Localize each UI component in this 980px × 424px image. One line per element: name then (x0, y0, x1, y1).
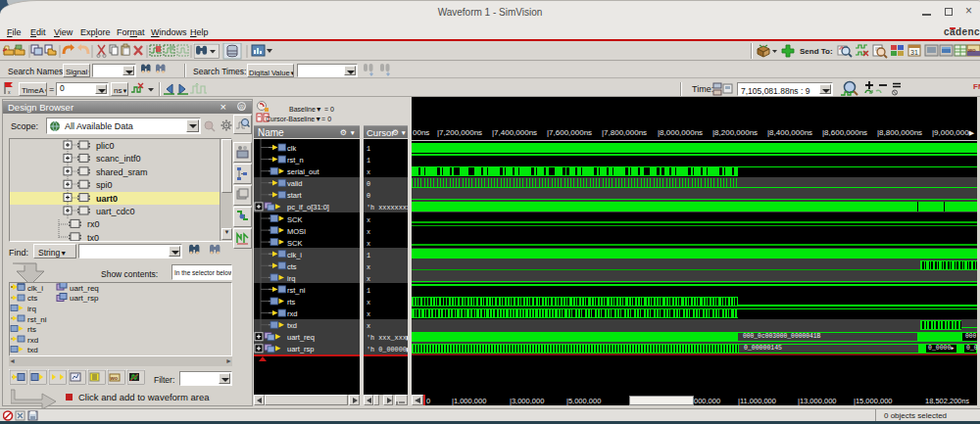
svg-text:uart0: uart0 (96, 194, 118, 204)
svg-text:start: start (287, 191, 303, 200)
svg-text:rts: rts (27, 325, 36, 334)
svg-text:Send To:: Send To: (800, 47, 833, 56)
svg-text:x: x (367, 322, 370, 330)
svg-text:rst_ni: rst_ni (27, 315, 47, 324)
svg-text:plic0: plic0 (96, 141, 115, 151)
svg-text:cts: cts (287, 262, 297, 271)
svg-text:cts: cts (27, 294, 37, 303)
svg-text:pc_if_o[31:0]: pc_if_o[31:0] (287, 203, 329, 212)
svg-text:SCK: SCK (287, 239, 302, 248)
svg-text:clk_i: clk_i (287, 251, 302, 259)
svg-text:x: x (367, 216, 370, 224)
svg-text:31: 31 (910, 49, 918, 56)
svg-text:MOSI: MOSI (287, 227, 306, 236)
svg-text:uart_rsp: uart_rsp (287, 345, 315, 353)
svg-text:uart_req: uart_req (70, 284, 99, 293)
svg-text:1: 1 (367, 157, 370, 165)
svg-text:irq: irq (27, 305, 36, 313)
svg-text:rst_n: rst_n (287, 156, 304, 165)
svg-text:irq: irq (287, 274, 295, 283)
svg-text:spi0: spi0 (96, 180, 113, 190)
svg-text:uart_req: uart_req (287, 333, 315, 342)
svg-text:rxd: rxd (287, 309, 297, 318)
svg-text:1: 1 (367, 252, 370, 259)
svg-text:x: x (367, 263, 370, 271)
svg-text:x: x (367, 299, 370, 306)
svg-text:0: 0 (367, 192, 370, 200)
svg-text:x: x (367, 275, 370, 283)
svg-text:x: x (367, 240, 370, 248)
svg-text:x: x (367, 310, 370, 318)
svg-text:x: x (367, 228, 370, 236)
svg-text:wo: wo (967, 47, 976, 53)
svg-text:1: 1 (367, 145, 370, 153)
svg-text:0: 0 (367, 180, 370, 188)
svg-text:SCK: SCK (287, 215, 302, 224)
svg-text:x: x (8, 89, 11, 95)
svg-text:uart_rsp: uart_rsp (70, 294, 99, 303)
svg-text:tx0: tx0 (87, 233, 99, 241)
svg-text:serial_out: serial_out (287, 167, 319, 176)
svg-text:txd: txd (287, 321, 297, 330)
svg-text:'h 0_00000▶: 'h 0_00000▶ (367, 346, 408, 353)
svg-text:rst_ni: rst_ni (287, 286, 306, 295)
svg-text:uart_cdc0: uart_cdc0 (96, 207, 135, 216)
svg-text:rxd: rxd (27, 336, 38, 345)
svg-text:'h xxxxxxxx: 'h xxxxxxxx (367, 204, 408, 212)
svg-text:clk: clk (287, 144, 296, 153)
svg-text:rx0: rx0 (87, 219, 100, 229)
svg-text:scanc_intf0: scanc_intf0 (96, 154, 141, 164)
svg-text:txd: txd (27, 346, 38, 354)
svg-text:x: x (367, 168, 370, 176)
svg-text:rts: rts (287, 298, 296, 306)
svg-text:wo: wo (110, 375, 119, 381)
svg-text:FM: FM (973, 82, 980, 91)
svg-text:'h xxx_xxx▶: 'h xxx_xxx▶ (367, 334, 408, 342)
svg-text:clk_i: clk_i (27, 284, 43, 293)
svg-text:1: 1 (367, 287, 370, 295)
svg-text:shared_sram: shared_sram (96, 167, 148, 177)
svg-text:valid: valid (287, 179, 302, 188)
